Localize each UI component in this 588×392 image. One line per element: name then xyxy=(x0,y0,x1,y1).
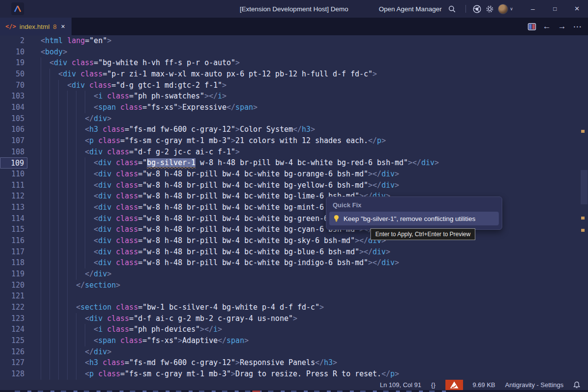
app-window: [Extension Development Host] Demo Open A… xyxy=(0,0,588,392)
antigravity-logo-icon xyxy=(11,2,24,15)
code-line-text: <div class="bg-white h-vh ff-s p-r o-aut… xyxy=(41,57,588,69)
line-number: 117 xyxy=(0,246,27,258)
code-line-text: <div class="w-8 h-48 br-pill bw-4 bc-whi… xyxy=(41,202,588,213)
warning-marker xyxy=(581,130,585,133)
code-line[interactable]: 105 </div> xyxy=(0,113,588,124)
code-line[interactable]: 123 <div class="d-f ai-c g-2 mb-2 c-gray… xyxy=(0,313,588,324)
code-line[interactable]: 124 <i class="ph ph-devices"></i> xyxy=(0,324,588,335)
fold-gutter xyxy=(27,324,41,335)
tab-index-html[interactable]: </> index.html 8 × xyxy=(0,18,72,35)
line-number: 107 xyxy=(0,135,27,147)
code-line-text xyxy=(41,291,588,302)
code-line-text: <section class="bw-1 bc-silver-4 bg-whit… xyxy=(41,302,588,313)
code-line[interactable]: 120 </section> xyxy=(0,280,588,291)
title-bar: [Extension Development Host] Demo Open A… xyxy=(0,0,588,18)
gear-icon[interactable] xyxy=(483,2,496,15)
line-number: 127 xyxy=(0,357,27,368)
quick-fix-popup: Quick Fix Keep "bg-silver-1", remove con… xyxy=(326,196,502,230)
code-line[interactable]: 111 <div class="w-8 h-48 br-pill bw-4 bc… xyxy=(0,180,588,191)
code-line[interactable]: 128 <p class="fs-sm c-gray mt-1 mb-3">Dr… xyxy=(0,368,588,380)
cursor-position[interactable]: Ln 109, Col 91 xyxy=(380,381,421,389)
code-line[interactable]: 118 <div class="w-8 h-48 br-pill bw-4 bc… xyxy=(0,257,588,269)
split-editor-icon[interactable] xyxy=(526,21,538,32)
fold-gutter xyxy=(27,280,41,291)
fold-gutter xyxy=(27,246,41,258)
code-line[interactable]: 125 <span class="fs-xs">Adaptive</span> xyxy=(0,335,588,346)
bell-icon[interactable] xyxy=(573,381,580,389)
tab-close-icon[interactable]: × xyxy=(60,23,66,30)
file-size[interactable]: 9.69 KB xyxy=(473,381,495,389)
close-button[interactable]: × xyxy=(566,0,588,18)
line-number: 116 xyxy=(0,235,27,246)
antigravity-badge-icon[interactable] xyxy=(445,380,463,390)
code-line[interactable]: 19 <div class="bg-white h-vh ff-s p-r o-… xyxy=(0,57,588,69)
code-line[interactable]: 116 <div class="w-8 h-48 br-pill bw-4 bc… xyxy=(0,235,588,246)
quick-fix-action[interactable]: Keep "bg-silver-1", remove conflicting u… xyxy=(329,212,499,225)
maximize-button[interactable]: □ xyxy=(544,0,566,18)
code-line[interactable]: 106 <h3 class="fs-md fw-600 c-gray-12">C… xyxy=(0,124,588,135)
code-line[interactable]: 2 <html lang="en"> xyxy=(0,35,588,47)
code-line-text: </section> xyxy=(41,280,588,291)
code-line[interactable]: 104 <span class="fs-xs">Expressive</span… xyxy=(0,102,588,113)
code-line-text: <div class="w-8 h-48 br-pill bw-4 bc-whi… xyxy=(41,213,588,224)
fold-gutter xyxy=(27,147,41,158)
code-line[interactable]: 103 <i class="ph ph-swatches"></i> xyxy=(0,91,588,102)
code-line-text: </div> xyxy=(41,269,588,280)
fold-gutter xyxy=(27,169,41,180)
code-line-text: <i class="ph ph-swatches"></i> xyxy=(41,91,588,102)
code-line[interactable]: 107 <p class="fs-sm c-gray mt-1 mb-3">21… xyxy=(0,135,588,147)
account-menu[interactable]: ∨ xyxy=(496,2,515,15)
code-line-text: <body> xyxy=(41,47,588,58)
code-line-text: </div> xyxy=(41,113,588,124)
code-line[interactable]: 117 <div class="w-8 h-48 br-pill bw-4 bc… xyxy=(0,246,588,258)
html-file-icon: </> xyxy=(5,23,16,30)
code-line[interactable]: 122 <section class="bw-1 bc-silver-4 bg-… xyxy=(0,302,588,313)
code-line[interactable]: 10 <body> xyxy=(0,47,588,58)
code-line[interactable]: 110 <div class="w-8 h-48 br-pill bw-4 bc… xyxy=(0,169,588,180)
line-number: 104 xyxy=(0,102,27,113)
navigate-back-icon[interactable]: ← xyxy=(541,21,553,32)
fold-gutter xyxy=(27,69,41,80)
code-editor: 2 <html lang="en"> 10 <body> 19 <div cla… xyxy=(0,35,588,380)
line-number: 113 xyxy=(0,202,27,213)
code-line[interactable]: 108 <div class="d-f g-2 jc-c ai-c f-1"> xyxy=(0,147,588,158)
code-line[interactable]: 121 xyxy=(0,291,588,302)
fold-gutter xyxy=(27,47,41,58)
code-line-text: <p class="fs-sm c-gray mt-1 mb-3">21 col… xyxy=(41,135,588,147)
line-number: 114 xyxy=(0,213,27,224)
fold-gutter xyxy=(27,124,41,135)
line-number: 118 xyxy=(0,257,27,269)
fold-gutter xyxy=(27,368,41,380)
browser-icon[interactable] xyxy=(470,2,483,15)
warning-marker xyxy=(581,217,585,220)
scrollbar[interactable] xyxy=(580,35,588,380)
lightbulb-icon xyxy=(333,215,340,222)
fold-gutter xyxy=(27,202,41,213)
braces-indicator[interactable]: {} xyxy=(431,381,436,389)
minimize-button[interactable]: – xyxy=(522,0,544,18)
quick-fix-action-label: Keep "bg-silver-1", remove conflicting u… xyxy=(343,215,475,222)
code-line[interactable]: 127 <h3 class="fs-md fw-600 c-gray-12">R… xyxy=(0,357,588,368)
code-line[interactable]: 126 </div> xyxy=(0,346,588,358)
code-line[interactable]: 109 <div class="bg-silver-1 w-8 h-48 br-… xyxy=(0,157,588,169)
tab-problems-badge: 8 xyxy=(53,23,56,30)
code-line-text: <div class="w-8 h-48 br-pill bw-4 bc-whi… xyxy=(41,235,588,246)
line-number: 50 xyxy=(0,69,27,80)
code-line[interactable]: 50 <div class="p-r zi-1 max-w-xl mx-auto… xyxy=(0,69,588,80)
settings-status[interactable]: Antigravity - Settings xyxy=(505,381,564,389)
navigate-forward-icon[interactable]: → xyxy=(556,21,568,32)
fold-gutter xyxy=(27,269,41,280)
fold-gutter xyxy=(27,57,41,69)
code-line[interactable]: 119 </div> xyxy=(0,269,588,280)
scrollbar-thumb[interactable] xyxy=(581,170,588,204)
fold-gutter xyxy=(27,313,41,324)
search-icon xyxy=(445,2,458,15)
open-agent-manager-button[interactable]: Open Agent Manager xyxy=(376,2,461,15)
line-number: 115 xyxy=(0,224,27,235)
code-line-text: </div> xyxy=(41,346,588,358)
fold-gutter xyxy=(27,257,41,269)
fold-gutter xyxy=(27,91,41,102)
line-number: 10 xyxy=(0,47,27,58)
code-line[interactable]: 70 <div class="d-g gtc-1 md:gtc-2 f-1"> xyxy=(0,80,588,91)
more-actions-icon[interactable]: ⋯ xyxy=(571,21,583,32)
